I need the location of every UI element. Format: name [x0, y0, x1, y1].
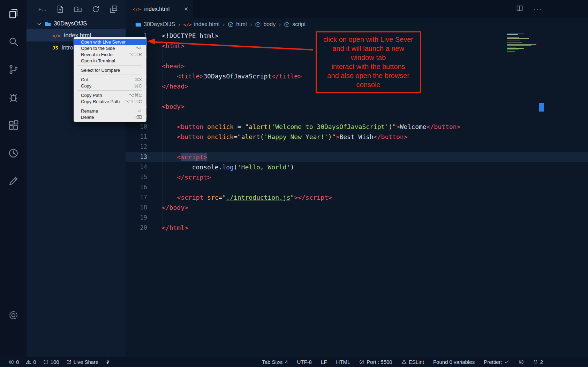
- line-number: 14: [126, 162, 147, 172]
- menu-item-open-with-live-server[interactable]: Open with Live Server: [74, 39, 146, 45]
- js-file-icon: JS: [52, 44, 58, 51]
- search-icon[interactable]: [5, 32, 22, 51]
- error-icon: [9, 359, 14, 365]
- vscode-window: E... 30DaysOfJS </>index.htmlJSintroduct…: [0, 0, 588, 367]
- breadcrumb-item-html[interactable]: html: [228, 21, 247, 28]
- source-control-icon[interactable]: [5, 60, 22, 79]
- breadcrumb-item-script[interactable]: script: [284, 21, 306, 28]
- status-item-2[interactable]: 2: [533, 359, 543, 365]
- chevron-right-icon: ›: [250, 21, 252, 28]
- status-left: 00100Live Share: [9, 359, 111, 365]
- warning-icon: [26, 359, 31, 365]
- extensions-icon[interactable]: [5, 116, 22, 135]
- explorer-icon[interactable]: [5, 4, 22, 23]
- menu-separator: [78, 90, 142, 91]
- status-item-0[interactable]: 0: [9, 359, 19, 365]
- breadcrumb-item-body[interactable]: body: [255, 21, 276, 28]
- code-line[interactable]: 17 <script src="./introduction.js"></scr…: [126, 192, 588, 202]
- code-line[interactable]: 12: [126, 142, 588, 152]
- status-item-html[interactable]: HTML: [336, 359, 350, 365]
- explorer-header: E...: [27, 0, 126, 18]
- tab-index-html[interactable]: </> index.html ✕: [126, 0, 193, 18]
- code-line[interactable]: 7: [126, 91, 588, 101]
- history-icon[interactable]: [5, 144, 22, 162]
- menu-separator: [78, 75, 142, 75]
- run-debug-icon[interactable]: [5, 88, 22, 107]
- menu-item-copy[interactable]: Copy⌘C: [74, 83, 146, 89]
- collapse-all-icon[interactable]: [110, 5, 118, 13]
- settings-gear-icon[interactable]: [5, 306, 22, 324]
- code-line[interactable]: 15 </script>: [126, 172, 588, 182]
- status-item-bolt[interactable]: [105, 359, 111, 365]
- line-number: 10: [126, 122, 147, 132]
- split-editor-icon[interactable]: [516, 5, 523, 13]
- status-item-utf-8[interactable]: UTF-8: [297, 359, 312, 365]
- more-actions-icon[interactable]: ···: [534, 5, 543, 13]
- new-file-icon[interactable]: [56, 5, 64, 13]
- annotation-line: and also open the browser: [318, 71, 419, 80]
- status-item-100[interactable]: 100: [43, 359, 59, 365]
- menu-item-cut[interactable]: Cut⌘X: [74, 76, 146, 83]
- menu-item-reveal-in-finder[interactable]: Reveal in Finder⌥⌘R: [74, 51, 146, 58]
- annotation-box: click on open with Live Severand it will…: [316, 31, 421, 93]
- breadcrumb-item-30daysofjs[interactable]: 30DaysOfJS: [135, 21, 175, 28]
- menu-item-copy-relative-path[interactable]: Copy Relative Path⌥⇧⌘C: [74, 98, 146, 105]
- refresh-icon[interactable]: [92, 5, 100, 13]
- code-line[interactable]: 8<body>: [126, 101, 588, 112]
- new-folder-icon[interactable]: [74, 5, 82, 13]
- chevron-down-icon: [36, 21, 42, 27]
- line-number: 15: [126, 172, 147, 182]
- status-item-port-5500[interactable]: Port : 5500: [359, 359, 392, 365]
- folder-row-30daysofjs[interactable]: 30DaysOfJS: [27, 18, 126, 29]
- status-item-prettier[interactable]: Prettier:: [484, 359, 510, 365]
- code-line[interactable]: 9: [126, 112, 588, 122]
- minimap[interactable]: [507, 33, 538, 52]
- close-tab-icon[interactable]: ✕: [184, 6, 188, 12]
- warning-icon: [401, 359, 407, 365]
- menu-separator: [78, 65, 142, 66]
- line-number: 13: [126, 152, 147, 162]
- status-item-0[interactable]: 0: [26, 359, 36, 365]
- status-item-tab-size-4[interactable]: Tab Size: 4: [262, 359, 288, 365]
- menu-shortcut: ⌥⇧⌘C: [125, 99, 142, 104]
- annotation-line: console: [318, 80, 419, 89]
- html-file-icon: </>: [133, 7, 141, 12]
- folder-name: 30DaysOfJS: [54, 20, 87, 27]
- menu-item-copy-path[interactable]: Copy Path⌥⌘C: [74, 92, 146, 98]
- menu-item-select-for-compare[interactable]: Select for Compare: [74, 67, 146, 73]
- code-line[interactable]: 13 <script>: [126, 152, 588, 162]
- code-line[interactable]: 18</body>: [126, 202, 588, 213]
- menu-item-open-in-terminal[interactable]: Open in Terminal: [74, 58, 146, 64]
- annotation-line: window tab: [318, 53, 419, 62]
- menu-item-rename[interactable]: Rename↵: [74, 108, 146, 114]
- status-item-found-0-variables[interactable]: Found 0 variables: [433, 359, 475, 365]
- status-bar: 00100Live Share Tab Size: 4UTF-8LFHTMLPo…: [0, 357, 588, 367]
- annotation-line: and it will launch a new: [318, 44, 419, 53]
- status-item-live-share[interactable]: Live Share: [66, 359, 99, 365]
- status-item-eslint[interactable]: ESLint: [401, 359, 424, 365]
- tab-title: index.html: [144, 6, 169, 12]
- code-line[interactable]: 20</html>: [126, 223, 588, 233]
- status-right: Tab Size: 4UTF-8LFHTMLPort : 5500ESLintF…: [262, 359, 579, 365]
- menu-shortcut: ⌫: [136, 115, 142, 120]
- html-icon: </>: [183, 22, 191, 27]
- feedback-pen-icon[interactable]: [5, 171, 22, 190]
- circle-slash-icon: [359, 359, 364, 365]
- breadcrumb: 30DaysOfJS›</>index.html›html›body›scrip…: [126, 18, 588, 31]
- bolt-icon: [105, 359, 111, 365]
- menu-item-delete[interactable]: Delete⌫: [74, 114, 146, 120]
- code-line[interactable]: 16: [126, 182, 588, 192]
- breadcrumb-item-index-html[interactable]: </>index.html: [183, 21, 219, 28]
- line-number: 17: [126, 192, 147, 202]
- menu-item-open-to-the-side[interactable]: Open to the Side^↵: [74, 45, 146, 51]
- status-item-smiley[interactable]: [519, 359, 524, 365]
- indent-guide: [163, 41, 163, 232]
- explorer-actions: [46, 5, 118, 13]
- code-line[interactable]: 19: [126, 213, 588, 223]
- code-line[interactable]: 10 <button onclick = "alert('Welcome to …: [126, 122, 588, 132]
- cube-icon: [255, 22, 261, 28]
- code-line[interactable]: 11 <button onclick="alert('Happy New Yea…: [126, 132, 588, 142]
- menu-shortcut: ⌘X: [134, 77, 142, 82]
- code-line[interactable]: 14 console.log('Hello, World'): [126, 162, 588, 172]
- status-item-lf[interactable]: LF: [321, 359, 327, 365]
